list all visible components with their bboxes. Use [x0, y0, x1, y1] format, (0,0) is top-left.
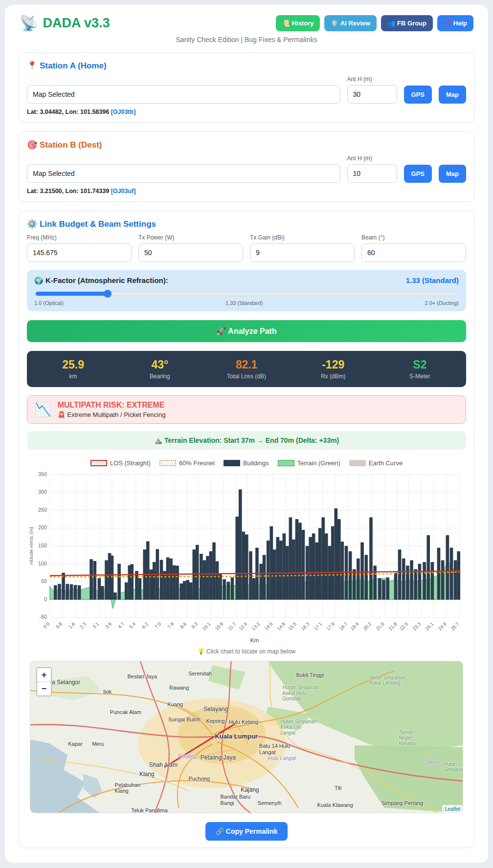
map-label: Hutan Simpanan Kekal Ulu Langat: [280, 719, 317, 736]
station-a-ant-input[interactable]: [347, 85, 397, 104]
map-zoom-in-button[interactable]: +: [37, 668, 51, 682]
result-s-meter: S2S-Meter: [377, 358, 463, 380]
result-bearing: 43°Bearing: [116, 358, 203, 380]
map-label: Selayang: [203, 706, 228, 713]
svg-text:17.1: 17.1: [313, 621, 323, 631]
legend-item[interactable]: Buildings: [224, 459, 269, 467]
map-label: Klang: [139, 771, 155, 778]
chart-svg[interactable]: -500501001502002503003500.00.81.62.33.13…: [27, 467, 466, 644]
svg-text:8.6: 8.6: [179, 621, 187, 629]
app-container: 📡 DADA v3.3 📜 History🛡️ AI Review👥 FB Gr…: [5, 5, 488, 863]
map-label: Kajang: [241, 787, 259, 794]
k-factor-panel: 🌍 K-Factor (Atmospheric Refraction): 1.3…: [27, 270, 466, 311]
map-label: Hutan Simpanan Kekal Lentang: [369, 675, 405, 686]
result-rx-dbm-: -129Rx (dBm): [290, 358, 377, 380]
svg-text:15.5: 15.5: [287, 621, 298, 631]
app-title: DADA v3.3: [43, 16, 110, 31]
svg-text:200: 200: [38, 524, 47, 530]
map-label: Taman Negeri Kenaboi: [399, 730, 417, 747]
svg-text:1.6: 1.6: [67, 621, 76, 629]
header-button-fb-group[interactable]: 👥 FB Group: [381, 15, 433, 31]
map-label: Kuang: [167, 701, 183, 708]
svg-text:3.9: 3.9: [104, 621, 112, 629]
map-label: Hutan Simpanan: [444, 761, 463, 773]
station-b-input[interactable]: [27, 164, 340, 183]
k-factor-slider-thumb[interactable]: [104, 290, 112, 298]
svg-text:9.3: 9.3: [190, 621, 199, 629]
chart-down-icon: 📉: [35, 402, 51, 417]
station-b-latlon: Lat: 3.21500, Lon: 101.74339: [27, 188, 111, 195]
forest-north: [208, 665, 246, 690]
svg-text:13.2: 13.2: [250, 621, 261, 631]
header: 📡 DADA v3.3 📜 History🛡️ AI Review👥 FB Gr…: [12, 12, 481, 32]
map-label: Petaling: [178, 753, 197, 759]
k-factor-label-text: K-Factor (Atmospheric Refraction):: [45, 276, 168, 284]
station-b-ant-label: Ant H (m): [347, 155, 397, 162]
copy-permalink-button[interactable]: 🔗 Copy Permalink: [205, 822, 287, 841]
map-label: Teluk Panglima: [131, 807, 168, 813]
header-button-history[interactable]: 📜 History: [276, 15, 320, 31]
field-input-freq[interactable]: [27, 243, 132, 262]
legend-item[interactable]: Terrain (Green): [278, 459, 340, 467]
header-button-help[interactable]: ❓ Help: [437, 15, 473, 31]
svg-text:350: 350: [38, 471, 47, 477]
result-km: 25.9km: [30, 358, 116, 380]
k-factor-slider[interactable]: [35, 291, 458, 296]
leaflet-map[interactable]: Kuala SelangorBestari JayaSerendahBukit …: [30, 661, 463, 813]
svg-text:19.4: 19.4: [349, 621, 360, 631]
station-a-gridsquare: [OJ03tb]: [111, 108, 136, 115]
svg-text:4.7: 4.7: [117, 621, 125, 629]
svg-text:300: 300: [38, 489, 47, 495]
elevation-chart[interactable]: LOS (Straight)60% FresnelBuildingsTerrai…: [27, 459, 466, 646]
k-factor-tick: 1.33 (Standard): [225, 300, 263, 306]
station-a-input[interactable]: [27, 85, 340, 104]
svg-text:10.9: 10.9: [214, 621, 224, 631]
map-label: Kepong: [206, 718, 224, 724]
link-budget-card: ⚙️ Link Budget & Beam Settings Freq (MHz…: [19, 211, 474, 848]
k-factor-slider-fill: [36, 292, 108, 296]
copy-permalink-label: Copy Permalink: [226, 827, 278, 835]
rocket-icon: 🚀: [216, 327, 226, 335]
map-label: Shah Alam: [149, 762, 178, 769]
svg-text:0.8: 0.8: [55, 621, 63, 629]
svg-text:100: 100: [38, 561, 47, 566]
brand: 📡 DADA v3.3: [20, 15, 110, 32]
multipath-alert: 📉 MULTIPATH RISK: EXTREME 🚨 Extreme Mult…: [27, 395, 466, 424]
svg-text:6.2: 6.2: [141, 621, 149, 629]
map-label: Bukit Tinggi: [296, 672, 324, 678]
station-a-gps-button[interactable]: GPS: [404, 86, 432, 104]
field-input-beam[interactable]: [361, 243, 466, 262]
map-zoom-out-button[interactable]: −: [37, 682, 51, 695]
water-inlet: [83, 774, 102, 798]
svg-text:21.8: 21.8: [387, 621, 398, 631]
station-a-map-button[interactable]: Map: [439, 86, 466, 104]
station-b-gridsquare: [OJ03uf]: [111, 188, 136, 195]
map-label: Simpang Pertang: [381, 800, 423, 806]
svg-text:14.8: 14.8: [276, 621, 286, 631]
map-label: Hulu Langat: [268, 755, 296, 761]
station-b-ant-input[interactable]: [347, 164, 397, 183]
map-label: Kuala Klawang: [317, 802, 353, 808]
map-attribution[interactable]: Leaflet: [442, 805, 463, 813]
legend-item[interactable]: LOS (Straight): [90, 459, 151, 467]
station-b-title: 🎯 Station B (Dest): [27, 140, 466, 150]
station-b-gps-button[interactable]: GPS: [404, 165, 432, 183]
svg-text:24.9: 24.9: [437, 621, 447, 631]
legend-item[interactable]: 60% Fresnel: [159, 459, 215, 467]
map-label: Batu 14 Hulu Langat: [259, 743, 291, 755]
svg-text:150: 150: [38, 542, 47, 548]
station-a-ant-label: Ant H (m): [347, 76, 397, 83]
analyze-path-button[interactable]: 🚀 Analyze Path: [27, 320, 466, 342]
k-factor-tick: 2.0+ (Ducting): [425, 300, 459, 306]
station-b-map-button[interactable]: Map: [439, 165, 466, 183]
map-label: Serendah: [188, 671, 212, 677]
field-label: Tx Gain (dBi): [250, 234, 355, 241]
field-input-tx[interactable]: [250, 243, 355, 262]
pin-icon: 📍: [27, 61, 37, 70]
legend-item[interactable]: Earth Curve: [349, 459, 403, 467]
globe-icon: 🌍: [34, 276, 44, 284]
station-b-card: 🎯 Station B (Dest) Ant H (m) GPS Map Lat…: [19, 131, 474, 202]
header-button-ai-review[interactable]: 🛡️ AI Review: [324, 15, 377, 31]
map-label: Meru: [92, 741, 104, 747]
field-input-tx[interactable]: [138, 243, 243, 262]
